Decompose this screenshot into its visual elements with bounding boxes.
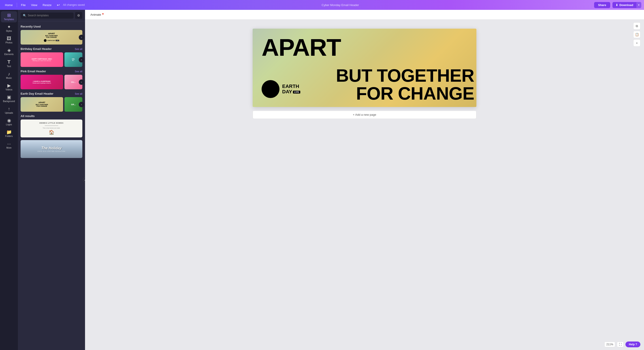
more-icon: ··· (7, 142, 11, 146)
text-icon: T (8, 60, 10, 64)
top-nav: Home File View Resize ↩ All changes save… (0, 0, 644, 10)
canvas-apart-text: APART (262, 35, 341, 60)
earth-header: Earth Day Email Header See all (20, 92, 82, 95)
home-button[interactable]: Home (3, 2, 15, 8)
zoom-level: 211% (604, 342, 615, 347)
homes-thumb-img: HEWES LITTLE HOMES This is how homes are… (20, 120, 82, 138)
sidebar-item-templates[interactable]: ⊞ Templates (1, 11, 17, 22)
birthday-thumb-1-img: HAPPY BIRTHDAY, MIA! Wishing you more lo… (20, 52, 63, 67)
earth-row: APART BUT TOGETHER FOR CHANGE GR... › (20, 97, 82, 112)
sidebar-item-folders[interactable]: 📁 Folders (1, 128, 17, 139)
animate-dot (102, 13, 104, 14)
all-results-header: All results (20, 114, 82, 118)
recently-used-thumb[interactable]: APART BUT TOGETHER FOR CHANGE EARTH DAYL… (20, 30, 82, 44)
file-button[interactable]: File (19, 2, 28, 8)
view-button[interactable]: View (29, 2, 40, 8)
download-button[interactable]: ⬇ Download (612, 2, 636, 8)
elements-icon: ◈ (8, 48, 11, 52)
styles-icon: ✦ (7, 24, 11, 29)
pink-arrow[interactable]: › (79, 80, 84, 85)
birthday-row: HAPPY BIRTHDAY, MIA! Wishing you more lo… (20, 52, 82, 67)
templates-panel: 🔍 ⚙ Recently Used APART BUT TOGETHER FOR… (18, 10, 85, 350)
search-input[interactable] (28, 14, 72, 17)
live-badge: LIVE (293, 91, 300, 94)
birthday-thumb-1[interactable]: HAPPY BIRTHDAY, MIA! Wishing you more lo… (20, 52, 63, 67)
recently-used-header: Recently Used (20, 25, 82, 28)
download-chevron-button[interactable]: ▾ (636, 2, 641, 8)
sidebar-item-photos[interactable]: 🖼 Photos (1, 34, 17, 46)
share-button[interactable]: Share (594, 2, 610, 8)
search-input-wrap: 🔍 (20, 12, 74, 18)
add-page-ctrl-button[interactable]: + (633, 40, 640, 46)
download-btn-group: ⬇ Download ▾ (612, 2, 641, 8)
sidebar-item-elements[interactable]: ◈ Elements (1, 46, 17, 57)
music-icon: ♪ (8, 72, 10, 76)
pink-row: I HAVE A SURPRISE! I know you're going t… (20, 75, 82, 89)
nav-divider-1 (17, 3, 17, 7)
recently-used-arrow[interactable]: › (79, 35, 84, 40)
main-layout: ⊞ Templates ✦ Styles 🖼 Photos ◈ Elements… (0, 10, 644, 350)
birthday-see-all-button[interactable]: See all (75, 48, 82, 50)
help-button[interactable]: Help ? (626, 342, 640, 347)
homes-thumb[interactable]: HEWES LITTLE HOMES This is how homes are… (20, 120, 82, 138)
canvas-controls: ⧉ 📋 + (633, 22, 640, 46)
animate-button[interactable]: Animate (88, 12, 106, 17)
folders-icon: 📁 (6, 130, 12, 134)
templates-icon: ⊞ (7, 13, 11, 18)
canvas-scroll[interactable]: APART BUT TOGETHER FOR CHANGE EARTH DAYL… (85, 20, 644, 350)
pink-title: Pink Email Header (20, 70, 46, 73)
search-icon: 🔍 (23, 14, 26, 17)
all-results-row-1: HEWES LITTLE HOMES This is how homes are… (20, 120, 82, 138)
filter-button[interactable]: ⚙ (75, 12, 82, 19)
sidebar-item-more[interactable]: ··· More (1, 140, 17, 151)
recently-used-thumb-img: APART BUT TOGETHER FOR CHANGE EARTH DAYL… (20, 30, 82, 44)
logos-icon: ◉ (7, 118, 11, 123)
sidebar-item-background[interactable]: ▣ Background (1, 93, 17, 104)
sidebar-item-uploads[interactable]: ↑ Uploads (1, 105, 17, 116)
sidebar-item-videos[interactable]: ▶ Videos (1, 82, 17, 93)
pink-thumb-1-img: I HAVE A SURPRISE! I know you're going t… (20, 75, 63, 89)
duplicate-page-button[interactable]: ⧉ (633, 22, 640, 30)
earth-arrow[interactable]: › (79, 102, 84, 107)
sidebar-item-text[interactable]: T Text (1, 58, 17, 69)
download-icon: ⬇ (616, 3, 618, 7)
holiday-thumb-img: The Holiday ONCE IN A LIFETIME ADVENTURE (20, 140, 82, 158)
document-title: Cyber Monday Email Header (88, 3, 593, 7)
earth-thumb-1-img: APART BUT TOGETHER FOR CHANGE (20, 97, 63, 112)
all-results-title: All results (20, 114, 35, 118)
recently-used-row: APART BUT TOGETHER FOR CHANGE EARTH DAYL… (20, 30, 82, 44)
sidebar-item-music[interactable]: ♪ Music (1, 70, 17, 81)
save-status: All changes saved (63, 3, 84, 6)
recently-used-title: Recently Used (20, 25, 41, 28)
background-icon: ▣ (7, 95, 11, 99)
sidebar-item-logos[interactable]: ◉ Logos (1, 116, 17, 128)
copy-page-button[interactable]: 📋 (633, 31, 640, 38)
panel-scroll: Recently Used APART BUT TOGETHER FOR CHA… (18, 21, 85, 350)
birthday-arrow[interactable]: › (79, 57, 84, 62)
undo-button[interactable]: ↩ (54, 2, 62, 8)
videos-icon: ▶ (8, 83, 11, 88)
earth-day-text: EARTH DAYLIVE (282, 84, 300, 94)
earth-circle (262, 80, 280, 98)
uploads-icon: ↑ (8, 106, 10, 111)
search-bar: 🔍 ⚙ (18, 10, 85, 21)
earth-thumb-1[interactable]: APART BUT TOGETHER FOR CHANGE (20, 97, 63, 112)
earth-title: Earth Day Email Header (20, 92, 54, 95)
all-results-row-2: The Holiday ONCE IN A LIFETIME ADVENTURE (20, 140, 82, 158)
holiday-thumb[interactable]: The Holiday ONCE IN A LIFETIME ADVENTURE (20, 140, 82, 158)
canvas-area: Animate ⧉ 📋 + APART BUT TOGETHER FOR CHA… (85, 10, 644, 350)
animate-bar: Animate (85, 10, 644, 20)
add-page-button[interactable]: + Add a new page (253, 110, 476, 119)
resize-button[interactable]: Resize (40, 2, 54, 8)
fullscreen-button[interactable]: ⛶ (617, 342, 624, 347)
earth-see-all-button[interactable]: See all (75, 92, 82, 95)
icon-sidebar: ⊞ Templates ✦ Styles 🖼 Photos ◈ Elements… (0, 10, 18, 350)
photos-icon: 🖼 (7, 36, 11, 41)
pink-thumb-1[interactable]: I HAVE A SURPRISE! I know you're going t… (20, 75, 63, 89)
sidebar-item-styles[interactable]: ✦ Styles (1, 23, 17, 34)
birthday-title: Birthday Email Header (20, 47, 52, 50)
birthday-header: Birthday Email Header See all (20, 47, 82, 50)
bottom-bar: 211% ⛶ Help ? (604, 342, 640, 347)
pink-see-all-button[interactable]: See all (75, 70, 82, 73)
design-canvas[interactable]: APART BUT TOGETHER FOR CHANGE EARTH DAYL… (253, 29, 476, 107)
